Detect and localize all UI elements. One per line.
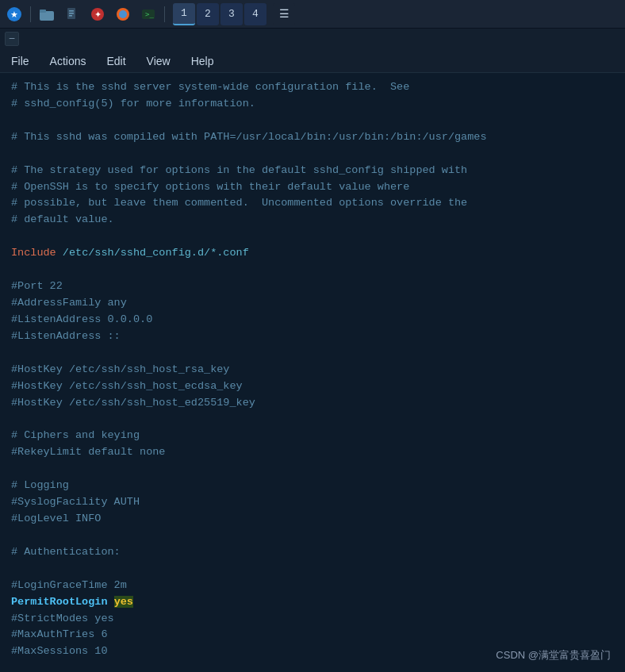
svg-text:>_: >_ xyxy=(145,10,154,18)
menu-view[interactable]: View xyxy=(144,53,174,69)
menu-file[interactable]: File xyxy=(8,53,33,69)
files-icon[interactable] xyxy=(61,3,83,25)
svg-rect-5 xyxy=(69,10,74,12)
menu-actions[interactable]: Actions xyxy=(47,53,90,69)
red-icon[interactable]: ✦ xyxy=(86,3,109,25)
menu-edit[interactable]: Edit xyxy=(103,53,128,69)
editor[interactable]: # This is the sshd server system-wide co… xyxy=(0,73,625,672)
tab-2[interactable]: 2 xyxy=(197,3,219,25)
svg-text:✦: ✦ xyxy=(94,10,102,19)
tab-group: 1 2 3 4 xyxy=(173,3,266,25)
win-title-bar: ─ xyxy=(0,29,625,49)
editor-content: # This is the sshd server system-wide co… xyxy=(11,79,614,672)
tab-3[interactable]: 3 xyxy=(220,3,243,25)
svg-rect-6 xyxy=(69,13,74,14)
taskbar-extra-btn[interactable]: ☰ xyxy=(273,3,295,25)
svg-text:★: ★ xyxy=(10,10,18,19)
svg-rect-7 xyxy=(69,15,72,17)
minimize-button[interactable]: ─ xyxy=(5,32,19,46)
folder-icon[interactable] xyxy=(36,3,58,25)
tab-4[interactable]: 4 xyxy=(244,3,266,25)
terminal-icon[interactable]: >_ xyxy=(137,3,159,25)
tab-1[interactable]: 1 xyxy=(173,3,195,25)
separator2 xyxy=(164,6,165,22)
separator xyxy=(30,6,31,22)
menubar: File Actions Edit View Help xyxy=(0,49,625,73)
svg-point-11 xyxy=(119,10,127,18)
menu-help[interactable]: Help xyxy=(188,53,217,69)
window: ─ File Actions Edit View Help # This is … xyxy=(0,29,625,672)
app-icon[interactable]: ★ xyxy=(3,3,25,25)
svg-rect-3 xyxy=(40,10,46,13)
taskbar: ★ ✦ >_ xyxy=(0,0,625,29)
browser-icon[interactable] xyxy=(112,3,134,25)
